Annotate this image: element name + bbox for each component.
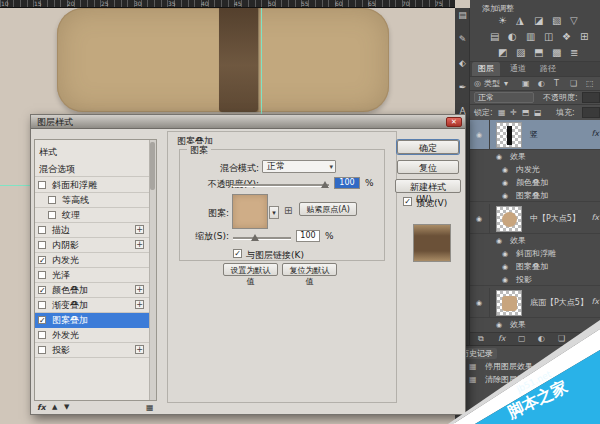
eye-icon[interactable]: ◉ [476, 130, 482, 140]
brightness-contrast-icon[interactable]: ☀ [498, 15, 507, 27]
effect-pattern-overlay[interactable]: ◉ 图案叠加 [470, 260, 600, 273]
style-item-pattern-overlay[interactable]: ✓ 图案叠加 [35, 313, 156, 328]
curves-icon[interactable]: ◪ [534, 15, 543, 27]
effect-pattern-overlay[interactable]: ◉ 图案叠加 [470, 189, 600, 202]
style-item-outer-glow[interactable]: 外发光 [35, 328, 156, 343]
layer-row-shu[interactable]: ◉ 竖 fx [470, 120, 600, 150]
new-pattern-preset-icon[interactable]: ⊞ [284, 205, 296, 217]
tab-layers[interactable]: 图层 [472, 62, 500, 76]
style-item-contour[interactable]: 等高线 [35, 193, 156, 208]
eye-icon[interactable]: ◉ [502, 165, 508, 175]
checkbox[interactable] [38, 241, 46, 249]
checkbox-checked[interactable]: ✓ [38, 316, 46, 324]
fx-badge-icon[interactable]: fx [591, 297, 599, 306]
effects-header[interactable]: ◉ 效果 [470, 234, 600, 247]
layer-opacity-value[interactable] [582, 92, 600, 103]
set-default-button[interactable]: 设置为默认值 [223, 263, 278, 276]
eye-icon[interactable]: ◉ [502, 178, 508, 188]
reset-button[interactable]: 复位 [397, 160, 459, 174]
invert-icon[interactable]: ◩ [498, 47, 507, 59]
eye-icon[interactable]: ◉ [502, 262, 508, 272]
style-item-inner-shadow[interactable]: 内阴影 + [35, 238, 156, 253]
history-brush-icon[interactable]: ✎ [455, 34, 470, 44]
fx-icon[interactable]: fx [37, 403, 46, 412]
style-item-color-overlay[interactable]: ✓ 颜色叠加 + [35, 283, 156, 298]
checkbox[interactable] [38, 301, 46, 309]
reset-default-button[interactable]: 复位为默认值 [282, 263, 337, 276]
scale-value[interactable]: 100 [296, 230, 320, 242]
checkbox[interactable] [38, 271, 46, 279]
effect-drop-shadow[interactable]: ◉ 投影 [470, 273, 600, 286]
checkbox[interactable] [38, 346, 46, 354]
hue-saturation-icon[interactable]: ▤ [490, 31, 499, 43]
effect-color-overlay[interactable]: ◉ 颜色叠加 [470, 176, 600, 189]
tab-paths[interactable]: 路径 [534, 62, 562, 76]
checkbox[interactable] [48, 211, 56, 219]
filter-adjustment-icon[interactable]: ◐ [538, 79, 545, 88]
filter-type-icon[interactable]: T [554, 79, 559, 88]
pattern-swatch[interactable] [232, 194, 268, 229]
checkbox[interactable] [38, 226, 46, 234]
close-icon[interactable]: ✕ [446, 117, 462, 127]
move-up-icon[interactable]: ▲ [52, 403, 57, 411]
checkbox-checked[interactable]: ✓ [38, 256, 46, 264]
plus-icon[interactable]: + [135, 285, 144, 294]
plus-icon[interactable]: + [135, 345, 144, 354]
link-with-layer-checkbox[interactable]: ✓ [233, 249, 242, 258]
style-item-inner-glow[interactable]: ✓ 内发光 [35, 253, 156, 268]
vibrance-icon[interactable]: ▽ [570, 15, 578, 27]
fx-badge-icon[interactable]: fx [591, 213, 599, 222]
dialog-title-bar[interactable]: 图层样式 ✕ [31, 115, 465, 129]
lock-all-icon[interactable]: ⬓ [534, 108, 542, 117]
styles-scrollbar[interactable] [149, 140, 156, 400]
new-style-button[interactable]: 新建样式(W)... [395, 179, 461, 193]
checkbox[interactable] [38, 331, 46, 339]
opacity-value[interactable]: 100 [334, 177, 360, 189]
style-item-drop-shadow[interactable]: 投影 + [35, 343, 156, 358]
scrollbar-thumb[interactable] [150, 142, 155, 190]
blending-options-item[interactable]: 混合选项 [35, 162, 156, 177]
opacity-slider-thumb[interactable] [321, 181, 329, 188]
black-white-icon[interactable]: ▥ [526, 31, 535, 43]
selective-color-icon[interactable]: ≣ [570, 47, 578, 59]
eye-icon[interactable]: ◉ [502, 191, 508, 201]
eye-icon[interactable]: ◉ [496, 152, 502, 162]
lock-image-icon[interactable]: ⬒ [522, 108, 530, 117]
style-item-bevel-and-emboss[interactable]: 斜面和浮雕 [35, 178, 156, 193]
channel-mixer-icon[interactable]: ❖ [562, 31, 571, 43]
eye-icon[interactable]: ◉ [502, 249, 508, 259]
color-balance-icon[interactable]: ◐ [508, 31, 517, 43]
opacity-slider[interactable] [233, 184, 329, 186]
pattern-picker-arrow-icon[interactable]: ▾ [269, 206, 279, 219]
clone-stamp-icon[interactable]: ▤ [455, 10, 470, 20]
snap-origin-button[interactable]: 贴紧原点(A) [299, 202, 357, 216]
filter-kind-dropdown[interactable]: 类型 [484, 78, 500, 89]
plus-icon[interactable]: + [135, 300, 144, 309]
gradient-map-icon[interactable]: ▩ [552, 47, 561, 59]
blend-mode-select[interactable]: 正常 ▾ [262, 160, 336, 173]
effect-inner-glow[interactable]: ◉ 内发光 [470, 163, 600, 176]
checkbox[interactable] [38, 181, 46, 189]
lock-position-icon[interactable]: ✛ [510, 108, 517, 117]
preview-checkbox[interactable]: ✓ [403, 197, 412, 206]
filter-shape-icon[interactable]: ❏ [570, 79, 577, 88]
style-item-satin[interactable]: 光泽 [35, 268, 156, 283]
eraser-icon[interactable]: ⬖ [455, 58, 470, 68]
eye-icon[interactable]: ◉ [476, 298, 482, 308]
filter-smart-icon[interactable]: ⬚ [586, 79, 594, 88]
scale-slider[interactable] [233, 237, 291, 239]
scale-slider-thumb[interactable] [251, 234, 259, 241]
ok-button[interactable]: 确定 [397, 140, 459, 154]
pen-icon[interactable]: ✒ [455, 82, 470, 92]
layer-row-bottom[interactable]: ◉ 底面【P大点5】 fx [470, 288, 600, 318]
checkbox-checked[interactable]: ✓ [38, 286, 46, 294]
checkbox[interactable] [48, 196, 56, 204]
style-item-stroke[interactable]: 描边 + [35, 223, 156, 238]
delete-style-icon[interactable]: ▦ [146, 403, 154, 412]
eye-icon[interactable]: ◉ [502, 275, 508, 285]
layer-blend-mode-select[interactable]: 正常 [474, 92, 534, 103]
threshold-icon[interactable]: ⬒ [534, 47, 543, 59]
exposure-icon[interactable]: ▧ [552, 15, 561, 27]
style-item-gradient-overlay[interactable]: 渐变叠加 + [35, 298, 156, 313]
color-lookup-icon[interactable]: ⊞ [580, 31, 588, 43]
